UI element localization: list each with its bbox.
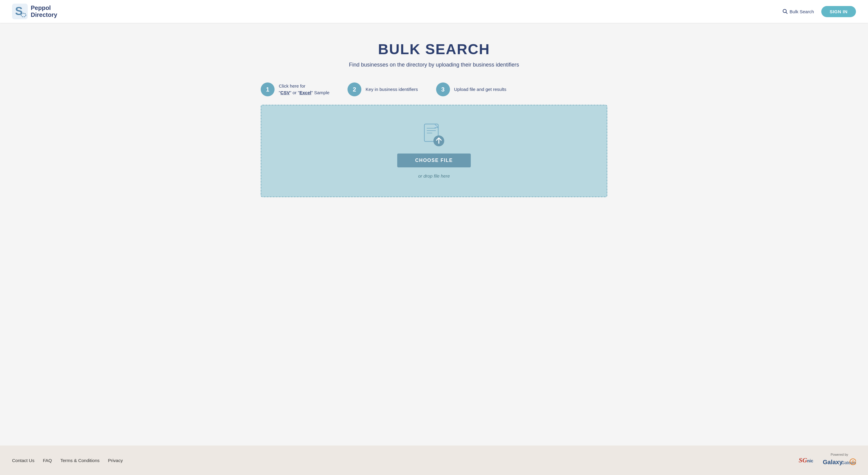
steps-row: 1 Click here for "CSV" or "Excel" Sample… (261, 82, 607, 96)
drop-hint-text: or drop file here (418, 173, 450, 178)
footer-right: SG nic Powered by Galaxy Gateway G (799, 453, 856, 468)
upload-icon (423, 124, 445, 147)
bulk-search-link[interactable]: Bulk Search (782, 9, 814, 14)
choose-file-button[interactable]: CHOOSE FILE (397, 154, 471, 167)
powered-by-label: Powered by (823, 453, 856, 456)
svg-text:G: G (852, 460, 855, 464)
svg-text:nic: nic (807, 459, 813, 463)
bulk-search-label: Bulk Search (789, 9, 814, 14)
search-icon (782, 9, 788, 14)
galaxy-gateway-logo: Galaxy Gateway G (823, 457, 856, 467)
powered-by-area: Powered by Galaxy Gateway G (823, 453, 856, 468)
header-right: Bulk Search SIGN IN (782, 6, 856, 17)
excel-link[interactable]: Excel (300, 90, 311, 95)
step-2: 2 Key in business identifiers (347, 82, 418, 96)
header: S Peppol Directory Bulk Search SIGN IN (0, 0, 868, 23)
svg-text:Galaxy: Galaxy (823, 459, 843, 465)
footer: Contact Us FAQ Terms & Conditions Privac… (0, 445, 868, 475)
step-3-circle: 3 (436, 82, 450, 96)
footer-privacy[interactable]: Privacy (108, 458, 123, 463)
footer-links: Contact Us FAQ Terms & Conditions Privac… (12, 458, 123, 463)
sgnic-logo: SG nic (799, 456, 817, 465)
peppol-logo-icon: S (12, 4, 28, 19)
step-3-text: Upload file and get results (454, 86, 506, 93)
step-1-text: Click here for "CSV" or "Excel" Sample (279, 83, 330, 96)
main-content: BULK SEARCH Find businesses on the direc… (0, 23, 868, 445)
page-subtitle: Find businesses on the directory by uplo… (349, 62, 519, 68)
footer-faq[interactable]: FAQ (43, 458, 52, 463)
step-2-circle: 2 (347, 82, 361, 96)
step-2-text: Key in business identifiers (366, 86, 418, 93)
svg-line-4 (786, 12, 787, 14)
logo-area: S Peppol Directory (12, 4, 57, 19)
step-3: 3 Upload file and get results (436, 82, 506, 96)
csv-link[interactable]: CSV (280, 90, 290, 95)
footer-terms[interactable]: Terms & Conditions (60, 458, 99, 463)
logo-text: Peppol Directory (31, 4, 57, 19)
page-title: BULK SEARCH (378, 41, 490, 58)
svg-text:SG: SG (799, 456, 807, 464)
sign-in-button[interactable]: SIGN IN (821, 6, 856, 17)
footer-contact-us[interactable]: Contact Us (12, 458, 34, 463)
step-1-circle: 1 (261, 82, 275, 96)
step-1: 1 Click here for "CSV" or "Excel" Sample (261, 82, 330, 96)
drop-zone[interactable]: CHOOSE FILE or drop file here (261, 105, 607, 197)
